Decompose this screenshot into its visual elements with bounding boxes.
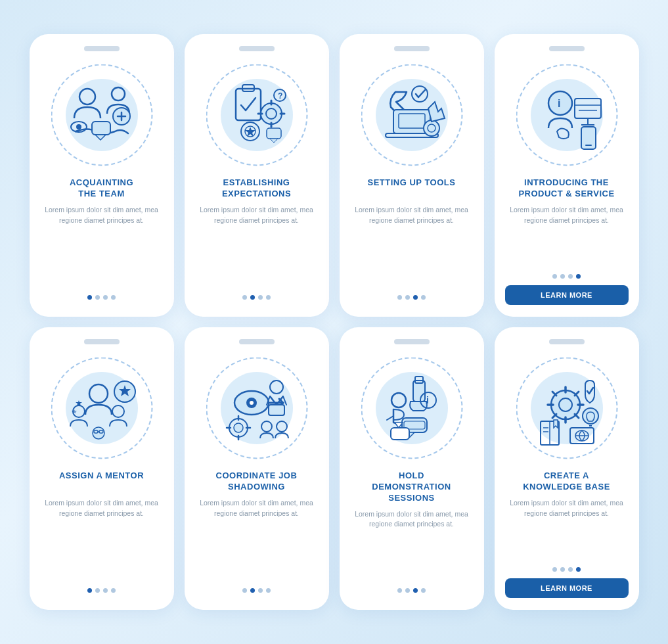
icon-area-knowledge <box>511 352 623 464</box>
dot <box>111 588 116 593</box>
product-icon: i <box>521 69 613 161</box>
dots-tools <box>397 295 426 300</box>
icon-area-product: i <box>511 59 623 171</box>
svg-text:?: ? <box>278 91 282 101</box>
knowledge-icon <box>521 362 613 454</box>
dot <box>250 295 255 300</box>
svg-line-80 <box>552 392 556 396</box>
dot <box>576 274 581 279</box>
card-body-acquainting: Lorem ipsum dolor sit dim amet, mea regi… <box>40 205 164 288</box>
svg-line-83 <box>552 414 556 418</box>
tools-icon <box>366 69 458 161</box>
card-title-demonstration: HOLDDEMONSTRATIONSESSIONS <box>372 471 451 504</box>
demonstration-icon: i <box>366 362 458 454</box>
dot <box>258 588 263 593</box>
dot <box>421 588 426 593</box>
notch <box>549 46 585 51</box>
team-icon <box>56 69 148 161</box>
svg-point-52 <box>250 401 254 405</box>
card-title-product: INTRODUCING THEPRODUCT & SERVICE <box>518 177 614 200</box>
svg-point-68 <box>391 393 406 407</box>
svg-point-11 <box>261 103 282 124</box>
svg-marker-6 <box>95 135 106 140</box>
svg-rect-55 <box>269 405 284 415</box>
dot <box>397 295 402 300</box>
learn-more-button-product[interactable]: LEARN MORE <box>505 285 629 305</box>
svg-point-0 <box>79 89 95 104</box>
icon-area-expectations: ? <box>201 59 313 171</box>
notch <box>394 46 430 51</box>
dot <box>552 274 557 279</box>
svg-point-54 <box>270 380 283 394</box>
notch <box>84 46 120 51</box>
dot <box>87 588 92 593</box>
dot <box>242 295 247 300</box>
shadowing-icon <box>211 362 303 454</box>
notch <box>549 339 585 344</box>
svg-marker-91 <box>554 420 558 428</box>
icon-area-team <box>46 59 158 171</box>
card-mentor: ASSIGN A MENTOR Lorem ipsum dolor sit di… <box>30 327 174 610</box>
svg-line-82 <box>575 392 579 396</box>
card-title-establishing: ESTABLISHINGEXPECTATIONS <box>222 177 291 200</box>
card-tools: SETTING UP TOOLS Lorem ipsum dolor sit d… <box>340 34 484 317</box>
dots-establishing <box>242 295 271 300</box>
card-body-demonstration: Lorem ipsum dolor sit dim amet, mea regi… <box>350 509 474 582</box>
dots-shadowing <box>242 588 271 593</box>
card-title-knowledge: CREATE AKNOWLEDGE BASE <box>523 471 610 493</box>
dots-acquainting <box>87 295 116 300</box>
dot <box>250 588 255 593</box>
dot <box>111 295 116 300</box>
icon-area-tools <box>356 59 468 171</box>
dot <box>258 295 263 300</box>
card-body-establishing: Lorem ipsum dolor sit dim amet, mea regi… <box>195 205 319 288</box>
dot <box>568 567 573 572</box>
card-body-product: Lorem ipsum dolor sit dim amet, mea regi… <box>505 205 629 267</box>
dots-knowledge <box>552 567 581 572</box>
svg-rect-9 <box>236 89 261 120</box>
card-establishing: ? ESTABLISHINGEXPECTATIONS Lorem ipsum d… <box>185 34 329 317</box>
card-shadowing: COORDINATE JOBSHADOWING Lorem ipsum dolo… <box>185 327 329 610</box>
notch <box>394 339 430 344</box>
notch <box>84 339 120 344</box>
svg-marker-23 <box>270 139 278 143</box>
icon-area-demonstration: i <box>356 352 468 464</box>
dot <box>242 588 247 593</box>
expectations-icon: ? <box>211 69 303 161</box>
notch <box>239 46 275 51</box>
card-body-shadowing: Lorem ipsum dolor sit dim amet, mea regi… <box>195 498 319 582</box>
dot <box>95 295 100 300</box>
dot <box>560 567 565 572</box>
dots-demonstration <box>397 588 426 593</box>
card-demonstration: i HOLDDEMONSTRATIONSESSIONS Lorem ipsum … <box>340 327 484 610</box>
dot <box>103 588 108 593</box>
card-product: i INTRODUCING THEPRODUCT & SERVICE Lorem… <box>495 34 639 317</box>
card-title-tools: SETTING UP TOOLS <box>368 177 456 200</box>
dot <box>568 274 573 279</box>
dot <box>576 567 581 572</box>
svg-point-1 <box>112 87 125 101</box>
svg-point-57 <box>234 423 243 432</box>
card-grid: ACQUAINTINGTHE TEAM Lorem ipsum dolor si… <box>14 18 655 626</box>
svg-rect-22 <box>267 128 281 139</box>
card-title-mentor: ASSIGN A MENTOR <box>59 471 144 493</box>
card-body-mentor: Lorem ipsum dolor sit dim amet, mea regi… <box>40 498 164 582</box>
card-title-shadowing: COORDINATE JOBSHADOWING <box>216 471 298 493</box>
svg-point-27 <box>424 120 439 136</box>
svg-text:i: i <box>558 98 560 109</box>
svg-point-62 <box>261 421 272 432</box>
icon-area-mentor <box>46 352 158 464</box>
card-body-tools: Lorem ipsum dolor sit dim amet, mea regi… <box>350 205 474 288</box>
svg-point-41 <box>112 405 124 417</box>
mentor-icon <box>56 362 148 454</box>
learn-more-button-knowledge[interactable]: LEARN MORE <box>505 578 629 598</box>
dot <box>95 588 100 593</box>
dot <box>405 588 410 593</box>
card-knowledge: CREATE AKNOWLEDGE BASE Lorem ipsum dolor… <box>495 327 639 610</box>
card-acquainting: ACQUAINTINGTHE TEAM Lorem ipsum dolor si… <box>30 34 174 317</box>
svg-rect-72 <box>391 428 409 440</box>
dot <box>421 295 426 300</box>
dot <box>413 295 418 300</box>
dot <box>87 295 92 300</box>
svg-line-81 <box>575 414 579 418</box>
